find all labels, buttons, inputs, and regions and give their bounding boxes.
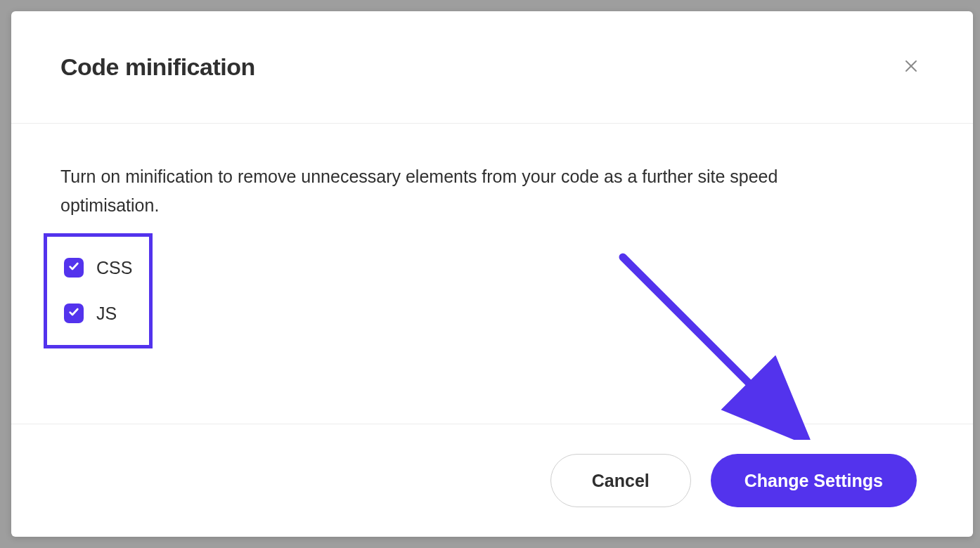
modal-description: Turn on minification to remove unnecessa…	[60, 162, 834, 221]
modal-footer: Cancel Change Settings	[11, 424, 973, 537]
modal-body: Turn on minification to remove unnecessa…	[11, 124, 973, 424]
highlight-annotation-box: CSS JS	[44, 233, 153, 348]
modal-title: Code minification	[60, 53, 255, 81]
change-settings-button[interactable]: Change Settings	[711, 454, 917, 507]
close-button[interactable]	[898, 55, 924, 80]
checkmark-icon	[68, 261, 79, 275]
arrow-annotation-icon	[609, 243, 820, 440]
checkbox-input[interactable]	[64, 304, 84, 323]
svg-line-3	[623, 257, 781, 415]
close-icon	[903, 58, 920, 77]
code-minification-modal: Code minification Turn on minification t…	[11, 11, 973, 537]
checkbox-label: JS	[96, 304, 117, 324]
checkbox-label: CSS	[96, 258, 132, 278]
checkmark-icon	[68, 306, 79, 320]
checkbox-option-css[interactable]: CSS	[51, 245, 132, 291]
cancel-button[interactable]: Cancel	[550, 454, 691, 507]
modal-header: Code minification	[11, 11, 973, 124]
checkbox-input[interactable]	[64, 258, 84, 278]
checkbox-option-js[interactable]: JS	[51, 291, 132, 337]
